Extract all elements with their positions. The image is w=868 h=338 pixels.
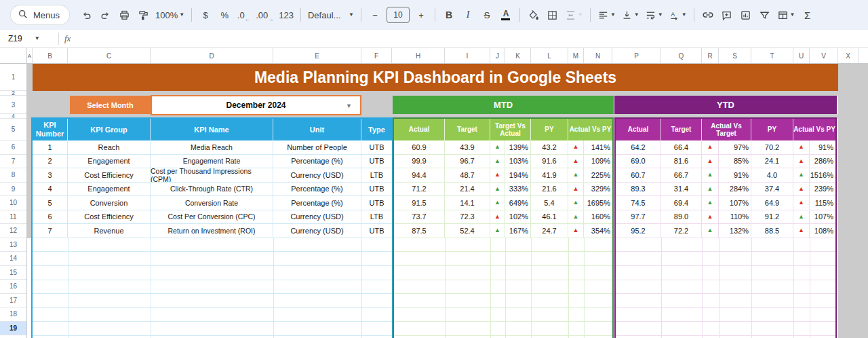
cell-mtd-actual[interactable]: 71.2 bbox=[394, 183, 445, 197]
cell-kpi-group[interactable]: Cost Efficiency bbox=[68, 168, 151, 183]
row-header-3[interactable]: 3 bbox=[0, 96, 26, 114]
row-header-19-selected[interactable]: 19 bbox=[0, 322, 26, 336]
header-unit[interactable]: Unit bbox=[273, 119, 361, 140]
column-header-E[interactable]: E bbox=[273, 48, 361, 63]
cell-mtd-py[interactable]: 5.4 bbox=[531, 196, 568, 210]
cell-kpi-name[interactable]: Engagement Rate bbox=[151, 155, 273, 169]
increase-decimal-button[interactable]: .00→ bbox=[254, 5, 275, 24]
cell-unit[interactable]: Number of People bbox=[273, 140, 361, 155]
decrease-decimal-button[interactable]: .0← bbox=[235, 5, 252, 24]
cell-kpi-group[interactable]: Revenue bbox=[68, 224, 151, 238]
column-header-P[interactable]: P bbox=[612, 48, 661, 63]
row-header-4[interactable]: 4 bbox=[0, 114, 26, 119]
cell-ytd-actual[interactable]: 74.5 bbox=[616, 196, 661, 210]
header-kpi-name[interactable]: KPI Name bbox=[151, 119, 273, 140]
header-mtd-py[interactable]: PY bbox=[531, 119, 568, 140]
cell-mtd-avp-trend[interactable] bbox=[568, 196, 584, 210]
row-header-16[interactable]: 16 bbox=[0, 280, 26, 294]
cell-mtd-actual[interactable]: 91.5 bbox=[394, 196, 445, 210]
mtd-section-header[interactable]: MTD bbox=[393, 96, 614, 114]
column-header-S[interactable]: S bbox=[719, 48, 751, 63]
cell-type[interactable]: LTB bbox=[361, 168, 392, 183]
cell-ytd-avt[interactable]: 107% bbox=[719, 196, 751, 210]
cell-unit[interactable]: Percentage (%) bbox=[273, 155, 361, 169]
header-ytd-py[interactable]: PY bbox=[751, 119, 793, 140]
cell-kpi-group[interactable]: Engagement bbox=[68, 155, 151, 169]
strikethrough-button[interactable]: S bbox=[478, 5, 496, 24]
cell-kpi-group[interactable]: Cost Efficiency bbox=[68, 210, 151, 225]
cell-mtd-target[interactable]: 96.7 bbox=[445, 155, 490, 169]
functions-button[interactable]: Σ bbox=[799, 5, 816, 24]
column-header-I[interactable]: I bbox=[445, 48, 490, 63]
cell-ytd-avt[interactable]: 85% bbox=[719, 155, 751, 169]
cell-unit[interactable]: Percentage (%) bbox=[273, 196, 361, 210]
column-header-F[interactable]: F bbox=[361, 48, 392, 63]
cell-mtd-py[interactable]: 21.6 bbox=[531, 183, 568, 197]
cell-ytd-actual[interactable]: 89.3 bbox=[616, 183, 661, 197]
cell-ytd-avt-trend[interactable] bbox=[702, 140, 719, 155]
cell-ytd-avt[interactable]: 110% bbox=[719, 210, 751, 225]
cell-unit[interactable]: Percentage (%) bbox=[273, 183, 361, 197]
cell-ytd-avt-trend[interactable] bbox=[702, 183, 719, 197]
cell-type[interactable]: UTB bbox=[361, 140, 392, 155]
undo-button[interactable] bbox=[77, 5, 95, 24]
cell-kpi-name[interactable]: Cost Per Conversion (CPC) bbox=[151, 210, 273, 225]
cell-kpi-name[interactable]: Conversion Rate bbox=[151, 196, 273, 210]
create-filter-button[interactable] bbox=[756, 5, 774, 24]
column-header-J[interactable]: J bbox=[490, 48, 505, 63]
cell-mtd-avp[interactable]: 225% bbox=[584, 168, 612, 183]
insert-chart-button[interactable] bbox=[737, 5, 755, 24]
cell-kpi-name[interactable]: Cost per Thousand Impressions (CPM) bbox=[151, 168, 273, 183]
cell-ytd-target[interactable]: 31.4 bbox=[661, 183, 702, 197]
cell-ytd-actual[interactable]: 60.7 bbox=[616, 168, 661, 183]
header-ytd-actual-vs-target[interactable]: Actual Vs Target bbox=[702, 119, 751, 140]
row-header-11[interactable]: 11 bbox=[0, 210, 26, 225]
cell-mtd-tva-trend[interactable] bbox=[490, 140, 505, 155]
cell-mtd-avp-trend[interactable] bbox=[568, 224, 584, 238]
text-color-button[interactable]: A bbox=[497, 5, 515, 24]
row-header-6[interactable]: 6 bbox=[0, 140, 26, 155]
print-button[interactable] bbox=[115, 5, 133, 24]
header-kpi-number[interactable]: KPI Number bbox=[33, 119, 68, 140]
cell-ytd-actual[interactable]: 69.0 bbox=[616, 155, 661, 169]
cell-ytd-py[interactable]: 88.5 bbox=[751, 224, 793, 238]
cell-mtd-py[interactable]: 24.7 bbox=[531, 224, 568, 238]
cell-mtd-py[interactable]: 91.6 bbox=[531, 155, 568, 169]
cell-mtd-target[interactable]: 48.7 bbox=[445, 168, 490, 183]
cell-ytd-target[interactable]: 81.6 bbox=[661, 155, 702, 169]
cell-type[interactable]: UTB bbox=[361, 224, 392, 238]
cell-mtd-actual[interactable]: 94.4 bbox=[394, 168, 445, 183]
cell-mtd-py[interactable]: 43.2 bbox=[531, 140, 568, 155]
column-header-A[interactable]: A bbox=[27, 48, 33, 63]
cell-mtd-tva[interactable]: 167% bbox=[505, 224, 531, 238]
select-month-label[interactable]: Select Month bbox=[70, 96, 151, 114]
cell-ytd-target[interactable]: 66.7 bbox=[661, 168, 702, 183]
row-header-8[interactable]: 8 bbox=[0, 168, 26, 183]
cell-mtd-avp[interactable]: 109% bbox=[584, 155, 612, 169]
cell-mtd-tva[interactable]: 102% bbox=[505, 210, 531, 225]
cell-ytd-target[interactable]: 66.4 bbox=[661, 140, 702, 155]
cell-mtd-target[interactable]: 52.4 bbox=[445, 224, 490, 238]
row-header-9[interactable]: 9 bbox=[0, 183, 26, 197]
insert-comment-button[interactable] bbox=[718, 5, 736, 24]
row-header-12[interactable]: 12 bbox=[0, 224, 26, 238]
cell-ytd-avp-trend[interactable] bbox=[793, 196, 810, 210]
cell-ytd-target[interactable]: 69.4 bbox=[661, 196, 702, 210]
format-percent-button[interactable]: % bbox=[216, 5, 233, 24]
cell-mtd-py[interactable]: 41.9 bbox=[531, 168, 568, 183]
cell-unit[interactable]: Currency (USD) bbox=[273, 168, 361, 183]
cell-kpi-name[interactable]: Click-Through Rate (CTR) bbox=[151, 183, 273, 197]
cell-mtd-tva-trend[interactable] bbox=[490, 168, 505, 183]
cell-mtd-avp-trend[interactable] bbox=[568, 183, 584, 197]
row-header-20[interactable]: 20 bbox=[0, 335, 26, 338]
cell-mtd-tva[interactable]: 103% bbox=[505, 155, 531, 169]
cell-ytd-avt-trend[interactable] bbox=[702, 210, 719, 225]
cell-ytd-avp[interactable]: 108% bbox=[810, 224, 835, 238]
cell-ytd-avp[interactable]: 239% bbox=[810, 183, 835, 197]
header-ytd-actual-vs-py[interactable]: Actual Vs PY bbox=[793, 119, 835, 140]
cell-ytd-avt[interactable]: 284% bbox=[719, 183, 751, 197]
row-header-15[interactable]: 15 bbox=[0, 266, 26, 280]
header-ytd-target[interactable]: Target bbox=[661, 119, 702, 140]
cell-kpi-number[interactable]: 6 bbox=[33, 210, 68, 225]
column-header-T[interactable]: T bbox=[751, 48, 793, 63]
